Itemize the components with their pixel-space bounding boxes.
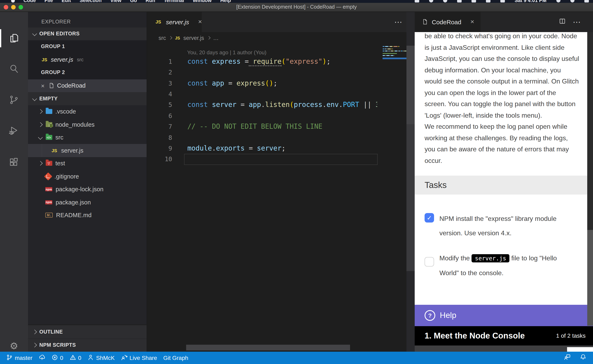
tab-server-js[interactable]: JS server.js × — [147, 12, 202, 32]
tree-item--vscode[interactable]: .vscode — [28, 105, 147, 118]
menubar-item-code[interactable]: Code — [23, 0, 36, 3]
menubar-item-window[interactable]: Window — [193, 0, 212, 3]
live-share-icon — [121, 354, 127, 362]
explorer-sidebar: EXPLORER OPEN EDITORS GROUP 1JSserver.js… — [28, 12, 147, 352]
minimap[interactable] — [383, 46, 406, 59]
editor-horizontal-scrollbar[interactable] — [186, 344, 350, 351]
feedback-icon[interactable] — [564, 354, 571, 362]
more-actions-icon[interactable]: ⋯ — [394, 17, 403, 27]
menubar-item-help[interactable]: Help — [220, 0, 231, 3]
editor-vertical-scrollbar[interactable] — [406, 12, 414, 352]
lesson-title: 1. Meet the Node Console — [425, 331, 525, 341]
token: () — [265, 79, 273, 87]
open-editor-item-server.js[interactable]: JSserver.jssrc — [28, 53, 147, 66]
chevron-right-icon[interactable] — [32, 343, 37, 348]
menubar-item-terminal[interactable]: Terminal — [164, 0, 184, 3]
menubar-item-selection[interactable]: Selection — [80, 0, 102, 3]
more-actions-icon[interactable]: ⋯ — [573, 17, 581, 27]
activity-search-button[interactable] — [0, 58, 28, 79]
tree-item-readme-md[interactable]: M↓README.md — [28, 209, 147, 222]
statusbar-sync[interactable] — [39, 354, 45, 362]
menubar-item-edit[interactable]: Edit — [61, 0, 71, 3]
task-checkbox[interactable]: ✓ — [425, 213, 434, 222]
file-tree: .vscodenode_modules</>srcJSserver.js▽tes… — [28, 105, 147, 222]
folder-section-header[interactable]: EMPTY — [28, 92, 147, 105]
statusbar-0[interactable]: 0 — [52, 354, 63, 362]
close-editor-icon[interactable]: × — [41, 82, 48, 89]
tree-item-package-json[interactable]: npmpackage.json — [28, 196, 147, 209]
tree-item-package-lock-json[interactable]: npmpackage-lock.json — [28, 183, 147, 196]
status-icon[interactable] — [443, 0, 447, 2]
close-tab-icon[interactable]: × — [470, 18, 474, 26]
chevron-right-icon[interactable] — [38, 122, 43, 127]
help-bar[interactable]: ? Help — [414, 305, 593, 326]
files-icon — [8, 32, 20, 44]
breadcrumb-item-0[interactable]: src — [159, 35, 166, 41]
statusbar-0[interactable]: 0 — [69, 354, 81, 362]
tree-item-node-modules[interactable]: node_modules — [28, 118, 147, 131]
tab-coderoad[interactable]: CodeRoad × — [414, 12, 480, 32]
apple-menu-icon[interactable] — [11, 0, 15, 2]
chevron-right-icon[interactable] — [38, 161, 43, 166]
wifi-status-icon[interactable] — [471, 0, 476, 2]
tree-item-test[interactable]: ▽test — [28, 157, 147, 170]
minimap-line — [383, 55, 406, 56]
bell-icon[interactable] — [580, 354, 586, 362]
control-center-icon[interactable] — [584, 0, 589, 2]
menubar-clock[interactable]: Sat 9 4:01 PM — [514, 0, 546, 3]
chevron-down-icon[interactable] — [38, 135, 43, 140]
status-icon[interactable] — [486, 0, 490, 2]
siri-icon[interactable] — [570, 0, 574, 2]
close-tab-icon[interactable]: × — [198, 18, 202, 26]
spotlight-icon[interactable] — [556, 0, 560, 2]
statusbar-git-graph[interactable]: Git Graph — [163, 355, 188, 361]
chevron-down-icon — [32, 96, 37, 101]
chevron-right-icon[interactable] — [38, 109, 43, 114]
section-header-npm-scripts[interactable]: NPM SCRIPTS — [28, 338, 147, 352]
activity-extensions-button[interactable] — [0, 152, 28, 173]
statusbar-master[interactable]: master — [6, 354, 33, 362]
battery-status-icon[interactable] — [500, 0, 505, 2]
open-editors-header[interactable]: OPEN EDITORS — [28, 27, 147, 40]
statusbar-shmck[interactable]: ShMcK — [87, 354, 115, 362]
breadcrumb-item-2[interactable]: … — [213, 35, 219, 41]
editor-group-1: JS server.js × ⋯ srcJSserver.js… You, 20… — [147, 12, 414, 352]
activity-run-debug-button[interactable] — [0, 120, 28, 141]
display-status-icon[interactable] — [414, 0, 419, 2]
status-icon[interactable] — [429, 0, 433, 2]
token: PORT — [343, 101, 359, 109]
open-editor-item-coderoad[interactable]: ×CodeRoad — [28, 79, 147, 92]
sync-icon — [39, 354, 45, 362]
section-label: OUTLINE — [39, 329, 63, 335]
js-file-icon: JS — [175, 36, 180, 40]
token: app — [208, 79, 224, 87]
inline-code: server.js — [472, 254, 510, 262]
open-editors-label: OPEN EDITORS — [39, 31, 80, 37]
menubar-item-go[interactable]: Go — [130, 0, 137, 3]
tree-item-src[interactable]: </>src — [28, 131, 147, 144]
token: listen — [265, 101, 290, 109]
vscode-folder-icon — [46, 109, 52, 114]
tree-item-server-js[interactable]: JSserver.js — [28, 144, 147, 157]
panel-bottom-corner — [567, 347, 593, 352]
breadcrumb-item-1[interactable]: server.js — [183, 35, 204, 41]
menubar-item-file[interactable]: File — [45, 0, 53, 3]
sidebar-bottom-sections: OUTLINENPM SCRIPTS — [28, 325, 147, 352]
activity-source-control-button[interactable] — [0, 89, 28, 110]
code-editor[interactable]: 1const express = require("express");23co… — [147, 56, 414, 165]
split-editor-icon[interactable] — [559, 18, 566, 26]
chevron-right-icon[interactable] — [32, 329, 37, 334]
section-header-outline[interactable]: OUTLINE — [28, 325, 147, 338]
menubar-item-run[interactable]: Run — [146, 0, 155, 3]
activity-explorer-button[interactable] — [0, 27, 28, 49]
code-line-7: 7// -- DO NOT EDIT BELOW THIS LINE — [147, 121, 414, 132]
breadcrumb[interactable]: srcJSserver.js… — [147, 32, 414, 44]
coderoad-footer[interactable]: 1. Meet the Node Console 1 of 2 tasks — [414, 326, 593, 345]
tree-item--gitignore[interactable]: .gitignore — [28, 170, 147, 183]
task-checkbox[interactable] — [425, 257, 434, 266]
menubar-item-view[interactable]: View — [110, 0, 121, 3]
statusbar-live-share[interactable]: Live Share — [121, 354, 157, 362]
coderoad-scrollbar-handle[interactable] — [587, 230, 593, 325]
tree-item-label: test — [55, 160, 65, 167]
status-icon[interactable] — [457, 0, 461, 2]
